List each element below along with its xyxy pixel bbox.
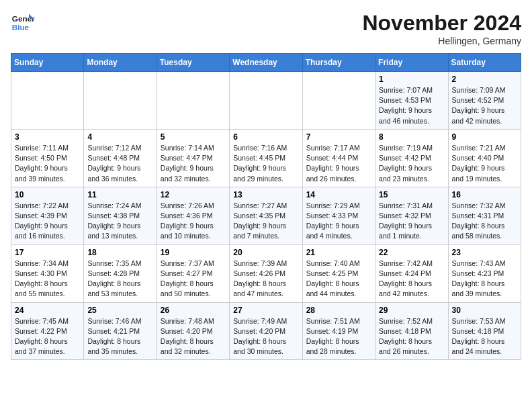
logo: General Blue bbox=[11, 11, 35, 35]
calendar-day-cell: 2Sunrise: 7:09 AM Sunset: 4:52 PM Daylig… bbox=[448, 72, 521, 130]
calendar-day-cell: 22Sunrise: 7:42 AM Sunset: 4:24 PM Dayli… bbox=[375, 244, 448, 302]
day-info: Sunrise: 7:52 AM Sunset: 4:18 PM Dayligh… bbox=[379, 316, 444, 357]
calendar-day-cell: 28Sunrise: 7:51 AM Sunset: 4:19 PM Dayli… bbox=[302, 302, 375, 360]
day-number: 24 bbox=[15, 306, 80, 315]
day-info: Sunrise: 7:40 AM Sunset: 4:25 PM Dayligh… bbox=[306, 259, 371, 300]
calendar-day-header: Thursday bbox=[302, 54, 375, 72]
calendar-week-row: 3Sunrise: 7:11 AM Sunset: 4:50 PM Daylig… bbox=[11, 129, 521, 187]
day-number: 28 bbox=[306, 306, 371, 315]
day-info: Sunrise: 7:26 AM Sunset: 4:36 PM Dayligh… bbox=[161, 201, 226, 242]
day-info: Sunrise: 7:17 AM Sunset: 4:44 PM Dayligh… bbox=[306, 143, 371, 184]
calendar-day-cell: 27Sunrise: 7:49 AM Sunset: 4:20 PM Dayli… bbox=[230, 302, 302, 360]
day-number: 12 bbox=[161, 190, 226, 199]
day-info: Sunrise: 7:22 AM Sunset: 4:39 PM Dayligh… bbox=[15, 201, 80, 242]
calendar-day-cell bbox=[230, 72, 302, 130]
calendar-day-cell: 15Sunrise: 7:31 AM Sunset: 4:32 PM Dayli… bbox=[375, 187, 448, 244]
day-info: Sunrise: 7:46 AM Sunset: 4:21 PM Dayligh… bbox=[87, 316, 152, 357]
calendar-day-cell: 17Sunrise: 7:34 AM Sunset: 4:30 PM Dayli… bbox=[11, 244, 84, 302]
calendar-day-header: Friday bbox=[375, 54, 448, 72]
title-area: November 2024 Hellingen, Germany bbox=[362, 11, 521, 46]
day-number: 4 bbox=[87, 132, 152, 142]
day-info: Sunrise: 7:07 AM Sunset: 4:53 PM Dayligh… bbox=[379, 85, 444, 126]
day-info: Sunrise: 7:24 AM Sunset: 4:38 PM Dayligh… bbox=[87, 201, 152, 242]
day-info: Sunrise: 7:16 AM Sunset: 4:45 PM Dayligh… bbox=[233, 143, 298, 184]
calendar-day-cell: 26Sunrise: 7:48 AM Sunset: 4:20 PM Dayli… bbox=[157, 302, 229, 360]
day-number: 11 bbox=[87, 190, 152, 199]
calendar-day-cell: 20Sunrise: 7:39 AM Sunset: 4:26 PM Dayli… bbox=[230, 244, 302, 302]
calendar-day-header: Sunday bbox=[11, 54, 84, 72]
day-number: 26 bbox=[161, 306, 226, 315]
day-number: 20 bbox=[233, 248, 298, 257]
calendar-day-cell: 24Sunrise: 7:45 AM Sunset: 4:22 PM Dayli… bbox=[11, 302, 84, 360]
calendar-day-cell: 25Sunrise: 7:46 AM Sunset: 4:21 PM Dayli… bbox=[84, 302, 157, 360]
day-info: Sunrise: 7:12 AM Sunset: 4:48 PM Dayligh… bbox=[87, 143, 152, 184]
calendar-day-cell bbox=[84, 72, 157, 130]
day-number: 15 bbox=[379, 190, 444, 199]
day-number: 22 bbox=[379, 248, 444, 257]
day-info: Sunrise: 7:34 AM Sunset: 4:30 PM Dayligh… bbox=[15, 259, 80, 300]
page-header: General Blue November 2024 Hellingen, Ge… bbox=[11, 11, 521, 46]
calendar-week-row: 24Sunrise: 7:45 AM Sunset: 4:22 PM Dayli… bbox=[11, 302, 521, 360]
day-info: Sunrise: 7:31 AM Sunset: 4:32 PM Dayligh… bbox=[379, 201, 444, 242]
day-number: 29 bbox=[379, 306, 444, 315]
day-number: 30 bbox=[452, 306, 517, 315]
day-info: Sunrise: 7:48 AM Sunset: 4:20 PM Dayligh… bbox=[161, 316, 226, 357]
day-number: 17 bbox=[15, 248, 80, 257]
calendar-day-cell: 16Sunrise: 7:32 AM Sunset: 4:31 PM Dayli… bbox=[448, 187, 521, 244]
day-number: 14 bbox=[306, 190, 371, 199]
day-number: 23 bbox=[452, 248, 517, 257]
day-info: Sunrise: 7:14 AM Sunset: 4:47 PM Dayligh… bbox=[161, 143, 226, 184]
day-number: 5 bbox=[161, 132, 226, 142]
day-info: Sunrise: 7:37 AM Sunset: 4:27 PM Dayligh… bbox=[161, 259, 226, 300]
calendar-day-cell bbox=[157, 72, 229, 130]
day-number: 2 bbox=[452, 75, 517, 84]
day-info: Sunrise: 7:29 AM Sunset: 4:33 PM Dayligh… bbox=[306, 201, 371, 242]
day-info: Sunrise: 7:21 AM Sunset: 4:40 PM Dayligh… bbox=[452, 143, 517, 184]
calendar-day-cell: 6Sunrise: 7:16 AM Sunset: 4:45 PM Daylig… bbox=[230, 129, 302, 187]
day-number: 27 bbox=[233, 306, 298, 315]
day-info: Sunrise: 7:53 AM Sunset: 4:18 PM Dayligh… bbox=[452, 316, 517, 357]
calendar-day-cell: 5Sunrise: 7:14 AM Sunset: 4:47 PM Daylig… bbox=[157, 129, 229, 187]
calendar-day-cell: 30Sunrise: 7:53 AM Sunset: 4:18 PM Dayli… bbox=[448, 302, 521, 360]
calendar-week-row: 17Sunrise: 7:34 AM Sunset: 4:30 PM Dayli… bbox=[11, 244, 521, 302]
calendar-day-cell: 18Sunrise: 7:35 AM Sunset: 4:28 PM Dayli… bbox=[84, 244, 157, 302]
day-info: Sunrise: 7:27 AM Sunset: 4:35 PM Dayligh… bbox=[233, 201, 298, 242]
day-number: 13 bbox=[233, 190, 298, 199]
day-number: 18 bbox=[87, 248, 152, 257]
day-number: 1 bbox=[379, 75, 444, 84]
calendar-header-row: SundayMondayTuesdayWednesdayThursdayFrid… bbox=[11, 54, 521, 72]
month-title: November 2024 bbox=[362, 11, 521, 36]
calendar-day-cell bbox=[302, 72, 375, 130]
calendar-day-cell: 29Sunrise: 7:52 AM Sunset: 4:18 PM Dayli… bbox=[375, 302, 448, 360]
day-info: Sunrise: 7:35 AM Sunset: 4:28 PM Dayligh… bbox=[87, 259, 152, 300]
day-number: 6 bbox=[233, 132, 298, 142]
calendar-day-cell: 11Sunrise: 7:24 AM Sunset: 4:38 PM Dayli… bbox=[84, 187, 157, 244]
day-number: 19 bbox=[161, 248, 226, 257]
day-number: 8 bbox=[379, 132, 444, 142]
day-info: Sunrise: 7:39 AM Sunset: 4:26 PM Dayligh… bbox=[233, 259, 298, 300]
calendar-day-cell: 1Sunrise: 7:07 AM Sunset: 4:53 PM Daylig… bbox=[375, 72, 448, 130]
svg-text:Blue: Blue bbox=[12, 23, 30, 32]
calendar-day-header: Tuesday bbox=[157, 54, 229, 72]
calendar-week-row: 1Sunrise: 7:07 AM Sunset: 4:53 PM Daylig… bbox=[11, 72, 521, 130]
day-info: Sunrise: 7:11 AM Sunset: 4:50 PM Dayligh… bbox=[15, 143, 80, 184]
day-number: 21 bbox=[306, 248, 371, 257]
day-info: Sunrise: 7:09 AM Sunset: 4:52 PM Dayligh… bbox=[452, 85, 517, 126]
day-info: Sunrise: 7:45 AM Sunset: 4:22 PM Dayligh… bbox=[15, 316, 80, 357]
calendar-table: SundayMondayTuesdayWednesdayThursdayFrid… bbox=[11, 53, 521, 360]
calendar-day-cell: 8Sunrise: 7:19 AM Sunset: 4:42 PM Daylig… bbox=[375, 129, 448, 187]
calendar-day-header: Wednesday bbox=[230, 54, 302, 72]
calendar-day-cell: 7Sunrise: 7:17 AM Sunset: 4:44 PM Daylig… bbox=[302, 129, 375, 187]
calendar-day-cell: 19Sunrise: 7:37 AM Sunset: 4:27 PM Dayli… bbox=[157, 244, 229, 302]
day-number: 16 bbox=[452, 190, 517, 199]
day-info: Sunrise: 7:43 AM Sunset: 4:23 PM Dayligh… bbox=[452, 259, 517, 300]
calendar-day-cell: 10Sunrise: 7:22 AM Sunset: 4:39 PM Dayli… bbox=[11, 187, 84, 244]
day-info: Sunrise: 7:32 AM Sunset: 4:31 PM Dayligh… bbox=[452, 201, 517, 242]
calendar-day-header: Monday bbox=[84, 54, 157, 72]
day-number: 10 bbox=[15, 190, 80, 199]
calendar-day-cell: 13Sunrise: 7:27 AM Sunset: 4:35 PM Dayli… bbox=[230, 187, 302, 244]
calendar-day-cell: 9Sunrise: 7:21 AM Sunset: 4:40 PM Daylig… bbox=[448, 129, 521, 187]
calendar-day-header: Saturday bbox=[448, 54, 521, 72]
location: Hellingen, Germany bbox=[362, 36, 521, 46]
calendar-week-row: 10Sunrise: 7:22 AM Sunset: 4:39 PM Dayli… bbox=[11, 187, 521, 244]
